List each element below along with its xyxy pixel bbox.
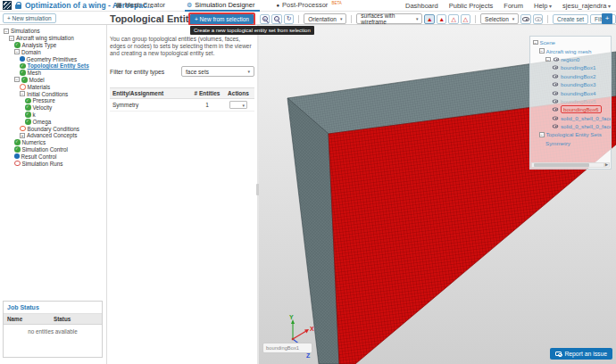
table-row[interactable]: Symmetry 1 ▾ [110, 99, 254, 112]
zoom-out-button[interactable]: − [271, 14, 281, 24]
beta-badge: BETA [331, 1, 341, 5]
selection-dropdown[interactable]: Selection▾ [480, 13, 519, 24]
header-link[interactable]: Public Projects [449, 2, 494, 10]
expand-icon[interactable] [20, 133, 25, 138]
collapse-icon[interactable] [9, 36, 14, 41]
tree-item[interactable]: Numerics [0, 139, 106, 146]
axis-z-label: Z [306, 352, 311, 359]
collapse-icon[interactable] [14, 77, 20, 82]
scene-tree-item[interactable]: boundingBox4 [531, 88, 610, 96]
workbench-tab[interactable]: Post-Processor BETA [274, 0, 343, 12]
filter-label: Filter for entity types [110, 69, 164, 75]
eye-icon[interactable] [553, 66, 558, 70]
collapse-icon[interactable] [20, 91, 25, 96]
workbench-tab[interactable]: Simulation Designer [185, 0, 260, 12]
tree-item[interactable]: Geometry Primitives [0, 55, 106, 62]
collapse-icon[interactable] [539, 132, 545, 137]
circle-icon [276, 1, 279, 9]
entity-table: Entity/Assignment # Entities Actions Sym… [110, 87, 254, 112]
scene-tree-item[interactable]: solid_0_shell_0_face_0 [531, 114, 610, 122]
user-menu[interactable]: sjesu_rajendra [562, 2, 611, 10]
mesh-quality-solid-button[interactable]: ▲ [424, 14, 434, 24]
tree-item[interactable]: Initial Conditions [0, 90, 106, 97]
hide-selected-button[interactable] [533, 14, 543, 24]
collapse-icon[interactable] [539, 48, 545, 54]
eye-icon [522, 17, 529, 21]
scene-tree-item[interactable]: boundingBox2 [531, 72, 610, 80]
tree-item[interactable]: Velocity [0, 104, 106, 112]
tree-item[interactable]: Simulations [0, 28, 106, 35]
workbench-tabs: Mesh Creator Simulation Designer Post-Pr… [114, 0, 344, 12]
tree-item[interactable]: Analysis Type [0, 42, 106, 49]
report-issue-button[interactable]: Report an issue [550, 348, 612, 360]
chevron-down-icon: ▾ [340, 16, 343, 21]
tree-item[interactable]: Simulation Runs [0, 160, 106, 167]
orientation-dropdown[interactable]: Orientation▾ [304, 13, 346, 24]
show-selected-button[interactable] [520, 14, 530, 24]
mesh-quality-outline-button[interactable]: △ [448, 14, 458, 24]
tree-item[interactable]: Aircraft wing simulation [0, 35, 106, 42]
tree-item[interactable]: Advanced Concepts [0, 132, 106, 139]
mesh-quality-outline2-button[interactable]: △ [461, 14, 470, 24]
tree-item[interactable]: Pressure [0, 97, 106, 104]
scene-tree-item[interactable]: Scene [531, 38, 610, 46]
tree-item[interactable]: k [0, 112, 106, 119]
job-status-title: Job Status [4, 302, 102, 314]
scene-tree-item[interactable]: boundingBox5 [531, 97, 610, 105]
eye-icon[interactable] [553, 116, 558, 120]
tree-item[interactable]: Topological Entity Sets [0, 62, 106, 70]
scene-tree-item[interactable]: boundingBox3 [531, 80, 610, 88]
actions-select[interactable]: ▾ [229, 101, 247, 109]
scene-tree-item[interactable]: Aircraft wing mesh [531, 46, 610, 54]
eye-icon[interactable] [553, 125, 558, 128]
panel-description: You can group topological entities (volu… [110, 36, 254, 57]
eye-icon[interactable] [553, 83, 558, 87]
tree-item[interactable]: Mesh [0, 70, 106, 77]
new-from-selection-button[interactable]: + New from selection [190, 14, 254, 24]
workbench-tab[interactable]: Mesh Creator [114, 0, 171, 12]
help-menu[interactable]: Help [534, 2, 552, 10]
collapse-icon[interactable] [4, 29, 9, 34]
entity-table-header: Entity/Assignment # Entities Actions [110, 87, 254, 99]
tree-item[interactable]: Omega [0, 118, 106, 125]
create-set-button[interactable]: Create set [553, 14, 588, 24]
header-bar: Optimization of a wing - Aerospac... Mes… [0, 0, 616, 12]
eye-icon[interactable] [553, 74, 558, 78]
header-link[interactable]: Dashboard [405, 2, 438, 10]
tree-item[interactable]: Boundary Conditions [0, 125, 106, 132]
tree-item[interactable]: Model [0, 77, 106, 84]
scene-tree-item[interactable]: boundingBox6 [531, 105, 610, 113]
triangle-solid-icon: ▲ [438, 16, 445, 22]
eye-icon[interactable] [553, 108, 558, 112]
entity-type-select[interactable]: face sets▾ [181, 66, 254, 77]
viewport-3d[interactable]: Y X Z boundingBox1 Scene Aircraft wing m… [259, 25, 616, 364]
scene-tree-item[interactable]: boundingBox1 [531, 63, 610, 71]
eye-icon[interactable] [553, 91, 558, 95]
scene-tree-scrollbar[interactable]: ▶ [531, 162, 610, 168]
zoom-in-button[interactable]: + [260, 14, 270, 24]
tree-item[interactable]: Result Control [0, 153, 106, 160]
scrollbar-right-arrow[interactable]: ▶ [604, 162, 609, 168]
collapse-icon[interactable] [545, 57, 551, 62]
scrollbar-thumb[interactable] [534, 163, 589, 167]
header-link[interactable]: Forum [504, 2, 523, 10]
eye-icon[interactable] [553, 99, 558, 103]
triangle-outline-icon: △ [451, 16, 455, 22]
tree-item[interactable]: Simulation Control [0, 146, 106, 153]
eye-icon[interactable] [553, 57, 558, 61]
scene-tree-item[interactable]: Topological Entity Sets [531, 130, 610, 138]
mesh-quality-solid2-button[interactable]: ▲ [437, 14, 446, 24]
scene-tree-item[interactable]: Symmetry [531, 139, 610, 147]
tree-item[interactable]: Domain [0, 48, 106, 55]
lock-icon [15, 4, 21, 9]
collapse-icon[interactable] [14, 49, 20, 54]
tree-item[interactable]: Materials [0, 83, 106, 90]
new-simulation-button[interactable]: + New simulation [3, 13, 56, 23]
divider [547, 15, 548, 23]
scene-tree-item[interactable]: region0 [531, 55, 610, 63]
fit-view-button[interactable]: ↻ [284, 14, 294, 24]
scene-tree-item[interactable]: solid_0_shell_0_face_1 [531, 122, 610, 130]
render-mode-select[interactable]: surfaces with wireframe▾ [356, 13, 422, 24]
expand-viewer-button[interactable]: + [602, 13, 612, 24]
collapse-icon[interactable] [533, 40, 538, 46]
